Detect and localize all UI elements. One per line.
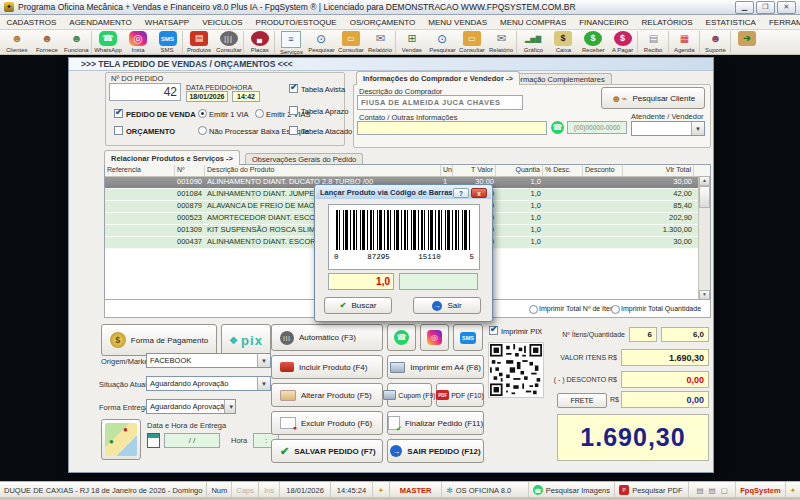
toolbar-button[interactable]: ☻ Clientes: [2, 31, 32, 53]
tabela-aprazo-checkbox[interactable]: [289, 106, 298, 115]
toolbar-button[interactable]: $ A Pagar: [608, 31, 638, 53]
whatsapp-icon[interactable]: ☎: [551, 121, 564, 134]
delivery-date-field[interactable]: / /: [164, 433, 220, 448]
nao-processar-radio[interactable]: [198, 126, 207, 135]
toolbar-button[interactable]: $ Receber: [578, 31, 608, 53]
toolbar-button[interactable]: ▭ Consultar: [457, 31, 487, 53]
dialog-close-button[interactable]: x: [471, 188, 487, 198]
toolbar-button[interactable]: $ Caixa: [548, 31, 578, 53]
print-num-itens-radio[interactable]: [529, 305, 538, 314]
toolbar-button[interactable]: ☻ Funciona: [62, 31, 92, 53]
toolbar-button[interactable]: ➔: [732, 31, 762, 46]
col-tvalor[interactable]: T Valor: [453, 165, 496, 176]
tabela-atacado-checkbox[interactable]: [289, 126, 298, 135]
automatico-button[interactable]: ||| Automático (F3): [271, 324, 383, 351]
barcode-input-field[interactable]: [399, 273, 478, 290]
monitor-icon[interactable]: ▢: [721, 486, 728, 495]
col-descricao[interactable]: Descrição do Produto: [205, 165, 441, 176]
col-referencia[interactable]: Referencia: [105, 165, 175, 176]
excluir-produto-button[interactable]: ● Excluir Produto (F6): [271, 411, 383, 435]
toolbar-button[interactable]: ≡ Serviços: [276, 31, 306, 55]
menu-item[interactable]: AGENDAMENTO: [63, 18, 139, 27]
menu-item[interactable]: WHATSAPP: [138, 18, 195, 27]
salvar-pedido-button[interactable]: ✔ SALVAR PEDIDO (F7): [271, 439, 383, 463]
menu-item[interactable]: FERRAMENTAS: [762, 18, 800, 27]
toolbar-button[interactable]: ☻ Suporte: [701, 31, 731, 53]
incluir-produto-button[interactable]: Incluir Produto (F4): [271, 355, 383, 379]
toolbar-button[interactable]: ▤ Recibo: [639, 31, 669, 53]
col-percent-desc[interactable]: % Desc.: [543, 165, 583, 176]
scroll-up-icon[interactable]: ▲: [699, 176, 710, 186]
alterar-produto-button[interactable]: Alterar Produto (F5): [271, 383, 383, 407]
buyer-name-field[interactable]: FIUSA DE ALMEIDA JUCA CHAVES: [357, 95, 523, 110]
table-scrollbar[interactable]: ▲ ▼: [698, 176, 710, 300]
pix-button[interactable]: ❖pix: [221, 324, 271, 356]
menu-item[interactable]: OS/ORÇAMENTO: [343, 18, 422, 27]
col-uni[interactable]: Uni: [441, 165, 453, 176]
minimize-button[interactable]: ▁: [735, 1, 754, 14]
buscar-button[interactable]: ✔ Buscar: [324, 297, 392, 314]
tabela-avista-checkbox[interactable]: ✔: [289, 84, 298, 93]
col-desconto[interactable]: Desconto: [583, 165, 623, 176]
barcode-qty-field[interactable]: 1,0: [328, 273, 394, 290]
order-date-field[interactable]: 18/01/2026: [186, 91, 228, 102]
close-button[interactable]: ✕: [777, 1, 796, 14]
map-button[interactable]: ● ●: [101, 419, 141, 460]
entrega-combo[interactable]: Aguardando Aprovaçã▼: [146, 399, 236, 414]
toolbar-button[interactable]: ▭ Consultar: [336, 31, 366, 53]
col-quantia[interactable]: Quantia: [496, 165, 543, 176]
menu-item[interactable]: RELATÓRIOS: [635, 18, 699, 27]
imprimir-pix-checkbox[interactable]: ✔: [489, 326, 498, 335]
whatsapp-send-button[interactable]: ☎: [387, 324, 416, 351]
phone-field[interactable]: (00)00000-0000: [567, 121, 627, 134]
dialog-sair-button[interactable]: → Sair: [413, 297, 481, 314]
scrollbar-thumb[interactable]: [699, 186, 710, 208]
toolbar-button[interactable]: ⊙ Pesquisar: [427, 31, 457, 53]
cupom-button[interactable]: Cupom (F9): [387, 383, 432, 407]
status-pesquisar-imagens[interactable]: ☎ Pesquisar Imagens: [529, 482, 615, 498]
tab-products[interactable]: Relacionar Produtos e Serviços ->: [104, 150, 240, 165]
menu-item[interactable]: MENU VENDAS: [422, 18, 494, 27]
order-time-field[interactable]: 14:42: [232, 91, 260, 102]
toolbar-button[interactable]: ||| Consultar: [214, 31, 244, 53]
frete-button[interactable]: FRETE: [557, 393, 607, 408]
sms-button[interactable]: SMS: [453, 324, 483, 351]
order-number-field[interactable]: 42: [109, 83, 181, 101]
toolbar-button[interactable]: ▄ Placas: [245, 31, 275, 53]
toolbar-button[interactable]: ☎ WhatsApp: [93, 31, 123, 53]
col-vlr-total[interactable]: Vlr Total: [623, 165, 694, 176]
printer-icon[interactable]: ▤: [709, 486, 716, 495]
orcamento-checkbox[interactable]: [114, 126, 123, 135]
menu-item[interactable]: PRODUTO/ESTOQUE: [249, 18, 343, 27]
toolbar-button[interactable]: ⊞ Vendas: [397, 31, 427, 53]
col-numero[interactable]: Nº: [175, 165, 205, 176]
printer-icon[interactable]: ▤: [697, 486, 704, 495]
pedido-venda-checkbox[interactable]: ✔: [114, 109, 123, 118]
restore-button[interactable]: ❐: [756, 1, 775, 14]
toolbar-button[interactable]: ☻ Fornece: [32, 31, 62, 53]
toolbar-button[interactable]: SMS SMS: [153, 31, 183, 53]
print-quantidade-radio[interactable]: [611, 305, 620, 314]
toolbar-button[interactable]: ▂▅▇ Gráfico: [518, 31, 548, 53]
emitir-1via-radio[interactable]: [198, 109, 207, 118]
instagram-button[interactable]: ◎: [420, 324, 449, 351]
menu-item[interactable]: FINANCEIRO: [573, 18, 635, 27]
toolbar-button[interactable]: ✉ Relatório: [366, 31, 396, 53]
pdf-button[interactable]: PDF PDF (F10): [436, 383, 484, 407]
tab-buyer-info[interactable]: Informações do Comprador e Vendedor ->: [356, 71, 520, 85]
search-client-button[interactable]: ☻⌁ Pesquisar Cliente: [601, 87, 705, 109]
attendant-combo[interactable]: ▼: [631, 121, 705, 136]
menu-item[interactable]: VEICULOS: [196, 18, 249, 27]
status-pesquisar-pdf[interactable]: P Pesquisar PDF: [615, 482, 689, 498]
origem-combo[interactable]: FACEBOOK▼: [146, 353, 271, 368]
situacao-combo[interactable]: Aguardando Aprovação▼: [146, 376, 271, 391]
imprimir-a4-button[interactable]: Imprimir em A4 (F8): [387, 355, 484, 379]
emitir-2vias-radio[interactable]: [255, 109, 264, 118]
menu-item[interactable]: MENU COMPRAS: [494, 18, 573, 27]
finalizar-pedido-button[interactable]: ✔ Finalizar Pedido (F11): [387, 411, 484, 435]
toolbar-button[interactable]: ⊙ Pesquisar: [306, 31, 336, 53]
toolbar-button[interactable]: ✉ Relatório: [487, 31, 517, 53]
toolbar-button[interactable]: ◎ Insta: [123, 31, 153, 53]
toolbar-button[interactable]: ▤ Produtos: [184, 31, 214, 53]
toolbar-button[interactable]: ▦ Agenda: [670, 31, 700, 53]
